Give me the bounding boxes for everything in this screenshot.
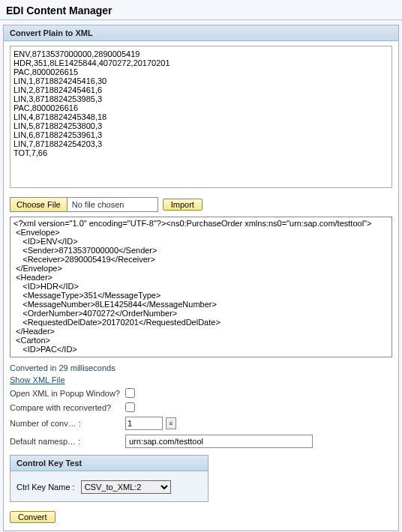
file-row: Choose File No file chosen Import (4, 197, 398, 217)
panel-header: Convert Plain to XML (4, 25, 398, 41)
open-popup-row: Open XML in Popup Window? (4, 386, 398, 400)
convert-row: Convert (4, 508, 398, 531)
default-ns-row: Default namesp… : (4, 432, 398, 450)
chosen-file-name: No file chosen (68, 200, 158, 209)
choose-file-button[interactable]: Choose File (10, 198, 68, 211)
plain-text-input[interactable] (10, 46, 392, 188)
ctrl-key-select[interactable]: CSV_to_XML:2 (81, 480, 171, 494)
control-key-panel: Control Key Test Ctrl Key Name : CSV_to_… (10, 455, 208, 502)
ctrl-key-name-label: Ctrl Key Name : (16, 483, 75, 492)
xml-output[interactable]: <?xml version="1.0" encoding="UTF-8"?><n… (10, 217, 392, 357)
default-ns-label: Default namesp… : (10, 437, 122, 446)
plain-input-wrap (4, 41, 398, 194)
convert-button[interactable]: Convert (10, 511, 56, 523)
open-popup-checkbox[interactable] (125, 388, 135, 398)
show-xml-file-link[interactable]: Show XML File (10, 375, 65, 384)
default-ns-input[interactable] (125, 435, 313, 448)
num-conv-label: Number of conv… : (10, 419, 122, 428)
control-key-body: Ctrl Key Name : CSV_to_XML:2 (10, 471, 208, 501)
show-xml-link-row: Show XML File (4, 374, 398, 386)
app-title: EDI Content Manager (0, 0, 402, 20)
num-conv-row: Number of conv… : ≡ (4, 414, 398, 432)
open-popup-label: Open XML in Popup Window? (10, 389, 122, 398)
compare-checkbox[interactable] (125, 402, 135, 412)
num-conv-input[interactable] (125, 417, 163, 430)
stepper-icon[interactable]: ≡ (166, 417, 176, 429)
import-button[interactable]: Import (163, 199, 202, 211)
compare-label: Compare with reconverted? (10, 403, 122, 412)
compare-row: Compare with reconverted? (4, 400, 398, 414)
file-chooser[interactable]: Choose File No file chosen (10, 197, 158, 212)
control-key-header: Control Key Test (10, 456, 208, 471)
status-line: Converted in 29 milliseconds (4, 362, 398, 374)
main-panel: Convert Plain to XML Choose File No file… (3, 25, 399, 531)
